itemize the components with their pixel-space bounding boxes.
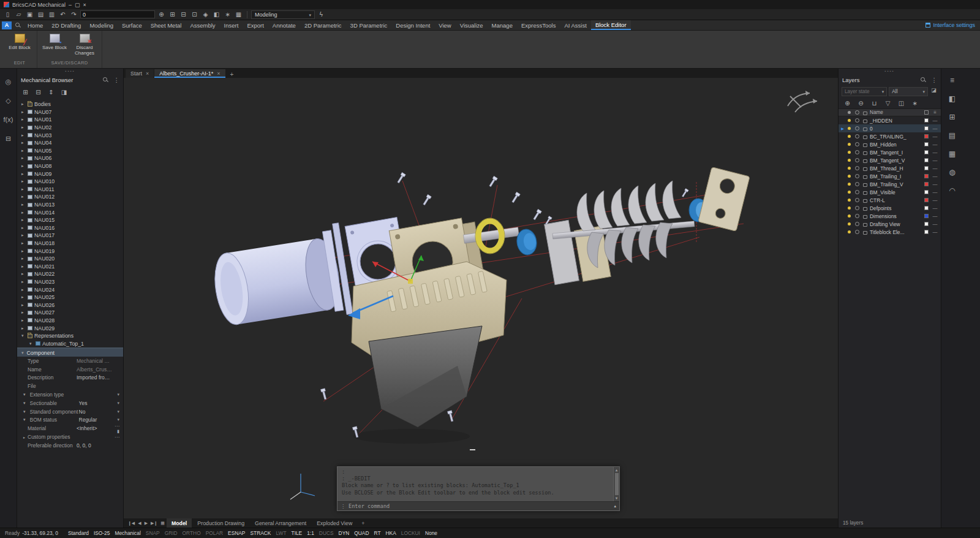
property-control-icon[interactable]	[112, 392, 119, 397]
close-icon[interactable]	[217, 70, 220, 77]
tree-expander-icon[interactable]	[21, 194, 26, 199]
layer-linetype[interactable]: —	[930, 118, 940, 123]
command-input[interactable]	[349, 503, 611, 509]
blocks-panel-icon[interactable]: ⊞	[948, 113, 957, 121]
property-control-icon[interactable]	[112, 401, 119, 406]
print-icon[interactable]: ▥	[47, 10, 56, 19]
first-layout-icon[interactable]: ❙◀	[127, 518, 136, 528]
layer-name[interactable]: Dimensions	[869, 213, 922, 219]
layer-on-icon[interactable]	[845, 175, 853, 178]
layer-color-swatch[interactable]	[924, 206, 929, 210]
status-toggle[interactable]: SNAP	[143, 530, 162, 536]
sync-selection-icon[interactable]: ⇕	[47, 88, 56, 96]
tree-expander-icon[interactable]	[21, 225, 26, 230]
ribbon-tab[interactable]: Manage	[488, 20, 517, 30]
layer-on-icon[interactable]	[845, 167, 853, 170]
tree-item[interactable]: NAU06	[17, 154, 123, 162]
tree-item[interactable]: Representations	[17, 332, 123, 340]
layer-filter-select[interactable]: All	[889, 87, 928, 96]
tree-item[interactable]: NAU03	[17, 131, 123, 139]
save-block-button[interactable]: Save Block	[40, 32, 69, 60]
layer-row[interactable]: _HIDDEN —	[839, 116, 941, 124]
tree-expander-icon[interactable]	[21, 287, 26, 292]
name-column-header[interactable]: Name	[869, 110, 922, 115]
layer-freeze-icon[interactable]	[853, 214, 861, 218]
layer-freeze-icon[interactable]	[853, 118, 861, 123]
tree-item[interactable]: NAU02	[17, 124, 123, 132]
tree-expander-icon[interactable]	[29, 341, 34, 346]
layer-name[interactable]: Defpoints	[869, 205, 922, 211]
layer-freeze-icon[interactable]	[853, 198, 861, 202]
panels-menu-icon[interactable]: ≡	[948, 76, 957, 85]
preview-icon[interactable]: ◨	[59, 88, 69, 96]
copy-icon[interactable]: ⊞	[168, 10, 177, 19]
scroll-down-icon[interactable]: ▼	[616, 496, 618, 501]
search-icon[interactable]	[102, 76, 109, 83]
property-row[interactable]: BOM status Regular	[17, 416, 123, 425]
status-toggle[interactable]: -31.33, 69.23, 0	[20, 530, 61, 536]
layer-on-icon[interactable]	[845, 191, 853, 194]
layer-lock-icon[interactable]	[861, 214, 869, 219]
ribbon-tab[interactable]: Export	[243, 20, 268, 30]
layer-linetype[interactable]: —	[930, 173, 940, 179]
tree-item[interactable]: NAU013	[17, 201, 123, 209]
layer-freeze-icon[interactable]	[853, 190, 861, 194]
layer-row[interactable]: BM_Tangent_V —	[839, 156, 941, 164]
tree-expander-icon[interactable]	[21, 187, 26, 192]
status-toggle[interactable]: Standard	[66, 530, 91, 536]
layer-freeze-icon[interactable]	[853, 206, 861, 210]
layer-freeze-icon[interactable]	[853, 182, 861, 186]
ribbon-tab[interactable]: Assembly	[186, 20, 219, 30]
tree-expander-icon[interactable]	[21, 326, 26, 331]
layer-color-swatch[interactable]	[924, 118, 929, 123]
status-toggle[interactable]: STRACK	[247, 530, 273, 536]
render-icon[interactable]: ◎	[4, 77, 13, 86]
layer-lock-icon[interactable]	[861, 174, 869, 179]
scrollbar-thumb[interactable]	[615, 473, 619, 495]
ribbon-tab[interactable]: View	[434, 20, 455, 30]
tree-item[interactable]: Automatic_Top_1	[17, 339, 123, 347]
on-column-icon[interactable]	[845, 111, 853, 114]
undo-icon[interactable]: ↶	[58, 10, 67, 19]
layer-lock-icon[interactable]	[861, 198, 869, 203]
status-toggle[interactable]: ESNAP	[225, 530, 247, 536]
status-toggle[interactable]: LWT	[273, 530, 288, 536]
layer-linetype[interactable]: —	[930, 134, 940, 139]
new-file-icon[interactable]: ▯	[3, 10, 12, 19]
tree-item[interactable]: NAU028	[17, 317, 123, 325]
layer-on-icon[interactable]	[845, 135, 853, 138]
property-value[interactable]: <Inherit>	[77, 425, 112, 431]
layer-name[interactable]: BM_Tangent_I	[869, 150, 922, 156]
model-space-icon[interactable]: ◇	[4, 96, 13, 105]
tree-item[interactable]: NAU09	[17, 170, 123, 178]
layer-linetype[interactable]: —	[930, 197, 940, 203]
layer-lock-icon[interactable]	[861, 190, 869, 195]
layer-linetype[interactable]: —	[930, 181, 940, 187]
layer-linetype[interactable]: —	[930, 157, 940, 163]
sheets-panel-icon[interactable]: ▦	[948, 150, 957, 158]
layer-on-icon[interactable]	[845, 127, 853, 130]
tree-item[interactable]: NAU023	[17, 278, 123, 286]
tree-expander-icon[interactable]	[21, 210, 26, 215]
property-row[interactable]: File	[17, 382, 123, 390]
linetype-column-icon[interactable]: ≡	[930, 110, 940, 115]
layer-row[interactable]: BM_Tangent_I —	[839, 148, 941, 156]
tree-expander-icon[interactable]	[21, 117, 26, 122]
tree-expander-icon[interactable]	[21, 295, 26, 300]
layer-row[interactable]: 0 —	[839, 124, 941, 132]
app-menu-button[interactable]: A	[2, 21, 12, 29]
layer-linetype[interactable]: —	[930, 221, 940, 227]
layer-state-select[interactable]: Layer state	[842, 87, 887, 96]
tree-item[interactable]: NAU04	[17, 139, 123, 147]
tree-item[interactable]: NAU07	[17, 108, 123, 116]
layer-linetype[interactable]: —	[930, 213, 940, 219]
tree-expander-icon[interactable]	[21, 279, 26, 284]
status-toggle[interactable]: None	[423, 530, 440, 536]
tree-expander-icon[interactable]	[21, 133, 26, 138]
layer-lock-icon[interactable]	[861, 118, 869, 123]
property-value[interactable]: No	[79, 409, 112, 415]
layer-filter-edit-icon[interactable]: ◪	[930, 87, 938, 96]
property-value[interactable]: 0, 0, 0	[77, 442, 112, 449]
cursor-settings-icon[interactable]: ⊕	[157, 10, 166, 19]
layer-on-icon[interactable]	[845, 183, 853, 186]
